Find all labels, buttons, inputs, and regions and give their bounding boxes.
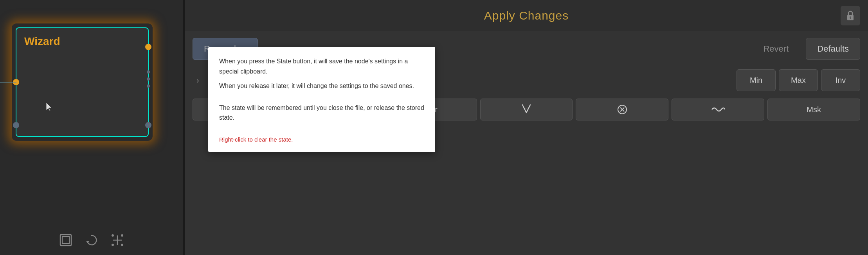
connection-line	[0, 82, 16, 83]
node-canvas: Wizard	[0, 0, 184, 255]
dot-1	[147, 70, 150, 74]
connector-bottom-right[interactable]	[145, 122, 151, 128]
transform-icon[interactable]	[110, 233, 124, 247]
node-title: Wizard	[24, 35, 60, 48]
tooltip-right-click: Right-click to clear the state.	[219, 136, 424, 143]
tooltip-line2: When you release it later, it will chang…	[219, 81, 424, 91]
svg-point-11	[850, 16, 851, 18]
dot-group	[147, 70, 150, 88]
node-box: Wizard	[16, 27, 149, 137]
wave-button[interactable]	[672, 99, 764, 120]
left-toolbar	[59, 233, 124, 247]
msk-button[interactable]: Msk	[767, 99, 860, 120]
tooltip-line3: The state will be remembered until you c…	[219, 103, 424, 123]
connector-top-right[interactable]	[145, 44, 151, 50]
dot-3	[147, 84, 150, 88]
revert-button[interactable]: Revert	[752, 38, 800, 60]
defaults-button[interactable]: Defaults	[806, 38, 860, 60]
connector-bottom-left[interactable]	[13, 122, 19, 128]
inv-button[interactable]: Inv	[821, 69, 860, 91]
svg-point-8	[112, 244, 114, 246]
wizard-node[interactable]: Wizard	[16, 27, 149, 137]
tooltip-line1: When you press the State button, it will…	[219, 56, 424, 76]
lock-button[interactable]	[841, 6, 860, 25]
top-bar: Apply Changes	[185, 0, 868, 31]
apply-changes-button[interactable]: Apply Changes	[484, 9, 569, 22]
expand-button[interactable]: ›	[193, 76, 203, 85]
svg-marker-3	[86, 241, 89, 243]
svg-rect-2	[62, 237, 69, 244]
refresh-icon[interactable]	[85, 233, 99, 247]
tooltip-popup: When you press the State button, it will…	[208, 47, 435, 152]
svg-point-7	[121, 244, 123, 246]
svg-point-6	[112, 234, 114, 237]
min-button[interactable]: Min	[737, 69, 776, 91]
circle-x-button[interactable]	[576, 99, 668, 120]
frame-icon[interactable]	[59, 233, 73, 247]
settings-panel: Apply Changes Remember Revert Defaults ›…	[185, 0, 868, 255]
dot-2	[147, 77, 150, 81]
max-button[interactable]: Max	[779, 69, 818, 91]
svg-point-9	[121, 234, 123, 237]
lambda-button[interactable]	[480, 99, 573, 120]
